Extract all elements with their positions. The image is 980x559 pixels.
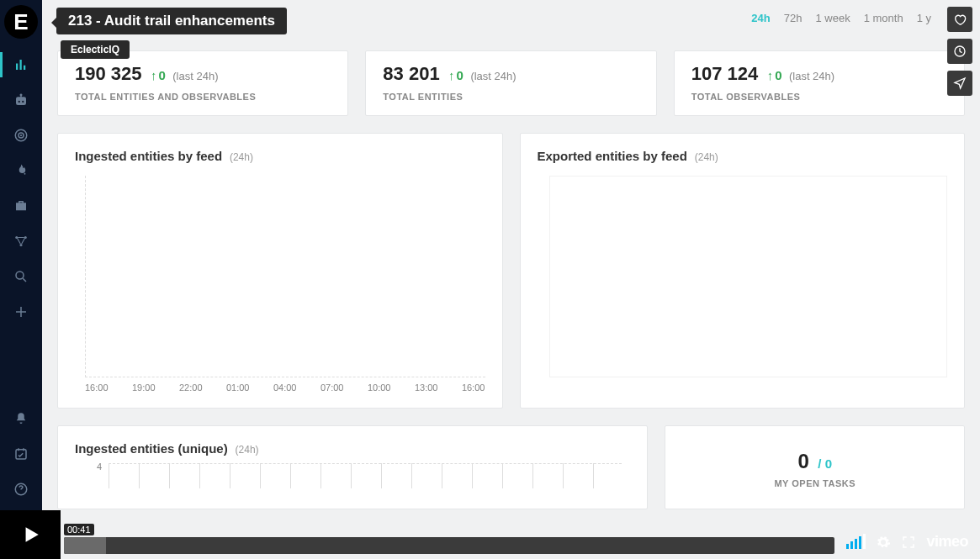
bar-chart-icon (13, 57, 29, 72)
chart-x-axis: 16:00 19:00 22:00 01:00 04:00 07:00 10:0… (85, 377, 485, 393)
tab-1week[interactable]: 1 week (815, 12, 850, 24)
nav-graph[interactable] (0, 224, 42, 259)
time-range-tabs: 24h 72h 1 week 1 month 1 y (751, 12, 931, 24)
scrubber-progress (64, 537, 106, 554)
tab-24h[interactable]: 24h (751, 12, 770, 24)
nodes-icon (13, 234, 29, 249)
chart-ingested-unique: Ingested entities (unique) (24h) 4 (57, 425, 648, 509)
play-icon (19, 524, 41, 546)
nav-fire[interactable] (0, 153, 42, 188)
video-player-bar: 00:41 vimeo (0, 510, 980, 559)
chart-sub: (24h) (236, 444, 259, 456)
bell-icon (13, 411, 29, 426)
playhead-time: 00:41 (64, 524, 94, 535)
scrubber[interactable] (64, 537, 834, 554)
chart-row: Ingested entities by feed (24h) 16:00 19… (57, 133, 965, 409)
svg-rect-8 (16, 450, 26, 459)
chart-plot-area-empty (549, 176, 948, 377)
nav-bell[interactable] (0, 401, 42, 436)
nav-briefcase[interactable] (0, 188, 42, 224)
watch-later-button[interactable] (947, 39, 972, 64)
chart-ingested-by-feed: Ingested entities by feed (24h) 16:00 19… (57, 133, 503, 409)
svg-point-6 (20, 244, 23, 246)
video-owner-tooltip: EclecticIQ (61, 40, 130, 59)
lower-row: Ingested entities (unique) (24h) 4 0 / 0… (57, 425, 965, 509)
chart-sub: (24h) (230, 151, 253, 163)
chart-plot-area: 4 (75, 463, 630, 488)
share-button[interactable] (947, 71, 972, 96)
chart-exported-by-feed: Exported entities by feed (24h) (520, 133, 966, 409)
player-body: 00:41 (61, 520, 841, 559)
vimeo-logo[interactable]: vimeo (926, 533, 968, 551)
stat-value: 83 201 (383, 63, 439, 85)
nav-dashboard[interactable] (0, 47, 42, 82)
stat-total-entities-observables: 190 325 ↑ 0 (last 24h) TOTAL ENTITIES AN… (57, 50, 348, 116)
my-open-tasks-card: 0 / 0 MY OPEN TASKS (665, 425, 965, 509)
tasks-value: 0 (797, 450, 808, 472)
stat-label: TOTAL OBSERVABLES (691, 92, 947, 102)
stat-value: 190 325 (75, 63, 142, 85)
nav-search[interactable] (0, 259, 42, 294)
like-button[interactable] (947, 7, 972, 32)
chart-sub: (24h) (695, 151, 718, 163)
video-title-tooltip: 213 - Audit trail enhancements (56, 8, 287, 34)
settings-icon[interactable] (876, 535, 891, 550)
calendar-check-icon (13, 446, 29, 461)
stat-label: TOTAL ENTITIES AND OBSERVABLES (75, 92, 331, 102)
chart-title: Exported entities by feed (538, 149, 687, 163)
heart-icon (953, 13, 967, 26)
briefcase-icon (13, 198, 29, 214)
svg-point-7 (16, 272, 24, 279)
search-icon (13, 269, 29, 284)
nav-add[interactable] (0, 294, 42, 330)
target-icon (13, 128, 29, 143)
chart-gridlines (109, 463, 622, 488)
nav-target[interactable] (0, 118, 42, 153)
nav-robot[interactable] (0, 82, 42, 118)
stat-delta: ↑ 0 (767, 68, 782, 82)
clock-icon (953, 45, 967, 58)
tasks-denom: / 0 (818, 456, 832, 471)
chart-plot-area (85, 176, 485, 377)
stat-total-entities: 83 201 ↑ 0 (last 24h) TOTAL ENTITIES (365, 50, 656, 116)
plus-icon (13, 304, 29, 319)
stat-period: (last 24h) (789, 70, 834, 82)
stat-period: (last 24h) (470, 70, 516, 82)
volume-control[interactable] (846, 535, 866, 549)
chart-title: Ingested entities by feed (75, 149, 222, 163)
right-action-rail (947, 7, 972, 96)
stat-period: (last 24h) (172, 70, 218, 82)
player-right-controls: vimeo (841, 533, 980, 559)
tab-72h[interactable]: 72h (784, 12, 803, 24)
fullscreen-icon[interactable] (901, 535, 916, 550)
svg-point-2 (20, 134, 22, 136)
chart-title: Ingested entities (unique) (75, 441, 228, 456)
chart-y-tick: 4 (97, 461, 102, 472)
stat-value: 107 124 (691, 63, 759, 85)
main-area: 24h 72h 1 week 1 month 1 y 190 325 ↑ 0 (… (42, 0, 980, 559)
fire-icon (13, 163, 29, 178)
dashboard-content: 190 325 ↑ 0 (last 24h) TOTAL ENTITIES AN… (57, 50, 965, 559)
robot-icon (13, 92, 29, 108)
paper-plane-icon (953, 76, 967, 90)
tab-1month[interactable]: 1 month (864, 12, 903, 24)
stat-label: TOTAL ENTITIES (383, 92, 638, 102)
stat-total-observables: 107 124 ↑ 0 (last 24h) TOTAL OBSERVABLES (674, 50, 965, 116)
help-icon (13, 482, 29, 497)
left-nav: E (0, 0, 42, 559)
tab-1year[interactable]: 1 y (917, 12, 931, 24)
app-logo[interactable]: E (4, 5, 38, 39)
stat-delta: ↑ 0 (151, 68, 166, 82)
play-button[interactable] (0, 510, 61, 559)
stat-row: 190 325 ↑ 0 (last 24h) TOTAL ENTITIES AN… (57, 50, 965, 116)
tasks-label: MY OPEN TASKS (682, 478, 947, 488)
svg-point-3 (24, 173, 26, 175)
nav-help[interactable] (0, 472, 42, 507)
nav-calendar[interactable] (0, 436, 42, 472)
stat-delta: ↑ 0 (448, 68, 464, 82)
